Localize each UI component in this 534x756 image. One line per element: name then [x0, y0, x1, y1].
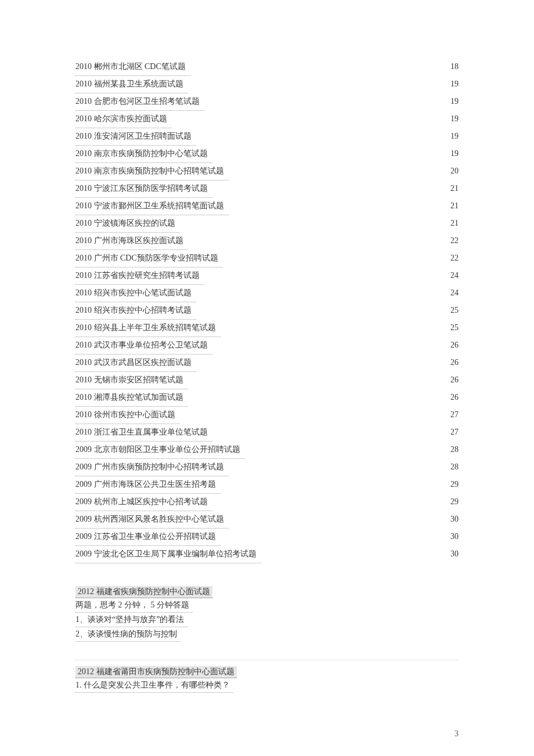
toc-row[interactable]: 2010 江苏省疾控研究生招聘考试题24 [75, 267, 459, 284]
toc-page: 26 [446, 354, 459, 371]
section-1-line-0: 两题，思考 2 分钟， 5 分钟答题 [75, 598, 193, 613]
toc-page: 19 [446, 93, 459, 110]
toc-row[interactable]: 2010 宁波江东区预防医学招聘考试题21 [75, 180, 459, 197]
toc-title: 2010 宁波江东区预防医学招聘考试题 [75, 180, 212, 198]
toc-title: 2010 宁波市鄞州区卫生系统招聘笔面试题 [75, 197, 229, 215]
toc-title: 2010 绍兴县上半年卫生系统招聘笔试题 [75, 319, 221, 337]
toc-row[interactable]: 2009 北京市朝阳区卫生事业单位公开招聘试题28 [75, 441, 459, 458]
toc-title: 2010 绍兴市疾控中心招聘考试题 [75, 302, 196, 320]
toc-page: 25 [446, 319, 459, 337]
section-2: 2012 福建省莆田市疾病预防控制中心面试题 1. 什么是突发公共卫生事件，有哪… [75, 666, 459, 693]
toc-title: 2010 徐州市疾控中心面试题 [75, 406, 180, 424]
toc-title: 2010 淮安清河区卫生招聘面试题 [75, 128, 196, 146]
toc-title: 2010 合肥市包河区卫生招考笔试题 [75, 93, 204, 111]
toc-page: 24 [446, 267, 459, 284]
section-heading-2[interactable]: 2012 福建省莆田市疾病预防控制中心面试题 [75, 666, 237, 678]
section-heading-2-text: 2012 福建省莆田市疾病预防控制中心面试题 [78, 667, 234, 676]
toc-row[interactable]: 2010 绍兴县上半年卫生系统招聘笔试题25 [75, 319, 459, 337]
toc-title: 2010 湘潭县疾控笔试加面试题 [75, 389, 188, 407]
toc-row[interactable]: 2010 广州市海珠区疾控面试题22 [75, 232, 459, 249]
toc-row[interactable]: 2009 杭州西湖区风景名胜疾控中心笔试题30 [75, 511, 459, 528]
toc-page: 30 [446, 545, 459, 563]
toc-title: 2010 武汉市武昌区区疾控面试题 [75, 354, 196, 372]
toc-page: 22 [446, 249, 459, 267]
toc-row[interactable]: 2010 广州市 CDC预防医学专业招聘试题22 [75, 249, 459, 267]
toc-page: 27 [446, 424, 459, 441]
toc-page: 26 [446, 337, 459, 354]
toc-row[interactable]: 2010 徐州市疾控中心面试题27 [75, 406, 459, 424]
toc-page: 30 [446, 528, 459, 545]
toc-row[interactable]: 2010 湘潭县疾控笔试加面试题26 [75, 389, 459, 406]
toc-title: 2010 广州市海珠区疾控面试题 [75, 232, 188, 250]
page-number: 3 [454, 729, 459, 739]
toc-page: 28 [446, 441, 459, 458]
toc-page: 21 [446, 180, 459, 197]
toc-page: 24 [446, 284, 459, 302]
toc-page: 29 [446, 476, 459, 493]
section-heading-1[interactable]: 2012 福建省疾病预防控制中心面试题 [75, 586, 212, 598]
toc-title: 2010 南京市疾病预防控制中心招聘笔试题 [75, 162, 229, 180]
toc-row[interactable]: 2010 福州某县卫生系统面试题19 [75, 75, 459, 93]
toc-page: 21 [446, 215, 459, 232]
toc-page: 21 [446, 197, 459, 215]
toc-page: 26 [446, 389, 459, 406]
toc-page: 22 [446, 232, 459, 249]
toc-row[interactable]: 2010 宁波镇海区疾控的试题21 [75, 215, 459, 232]
toc-row[interactable]: 2010 无锡市崇安区招聘笔试题26 [75, 371, 459, 389]
toc-row[interactable]: 2009 广州市海珠区公共卫生医生招考题29 [75, 476, 459, 493]
toc-title: 2009 北京市朝阳区卫生事业单位公开招聘试题 [75, 441, 245, 459]
toc-title: 2010 绍兴市疾控中心笔试面试题 [75, 284, 196, 302]
toc-row[interactable]: 2010 合肥市包河区卫生招考笔试题19 [75, 93, 459, 110]
section-2-line-0: 1. 什么是突发公共卫生事件，有哪些种类？ [75, 678, 233, 693]
toc-title: 2010 福州某县卫生系统面试题 [75, 75, 188, 93]
section-1-line-2: 2、谈谈慢性病的预防与控制 [75, 627, 181, 642]
section-1-line-1: 1、谈谈对“坚持与放弃”的看法 [75, 613, 187, 627]
toc-title: 2009 杭州市上城区疾控中心招考试题 [75, 493, 212, 511]
toc-row[interactable]: 2010 绍兴市疾控中心招聘考试题25 [75, 302, 459, 319]
toc-page: 30 [446, 511, 459, 528]
toc-page: 19 [446, 110, 459, 128]
toc-title: 2010 武汉市事业单位招考公卫笔试题 [75, 337, 212, 355]
toc-row[interactable]: 2009 杭州市上城区疾控中心招考试题29 [75, 493, 459, 511]
toc-title: 2010 江苏省疾控研究生招聘考试题 [75, 267, 204, 285]
toc-page: 18 [446, 58, 459, 75]
toc-page: 20 [446, 162, 459, 180]
toc-page: 29 [446, 493, 459, 511]
toc-row[interactable]: 2010 宁波市鄞州区卫生系统招聘笔面试题21 [75, 197, 459, 215]
toc-title: 2009 江苏省卫生事业单位公开招聘试题 [75, 528, 221, 546]
toc-row[interactable]: 2009 江苏省卫生事业单位公开招聘试题30 [75, 528, 459, 545]
toc-title: 2010 南京市疾病预防控制中心笔试题 [75, 145, 212, 163]
toc-page: 27 [446, 406, 459, 424]
toc-title: 2010 郴州市北湖区 CDC笔试题 [75, 58, 190, 76]
toc-row[interactable]: 2010 武汉市武昌区区疾控面试题26 [75, 354, 459, 371]
toc-page: 25 [446, 302, 459, 319]
toc-row[interactable]: 2010 淮安清河区卫生招聘面试题19 [75, 128, 459, 145]
toc-page: 19 [446, 128, 459, 145]
toc-row[interactable]: 2009 广州市疾病预防控制中心招聘考试题28 [75, 458, 459, 476]
section-1: 2012 福建省疾病预防控制中心面试题 两题，思考 2 分钟， 5 分钟答题 1… [75, 586, 459, 642]
toc-row[interactable]: 2009 宁波北仑区卫生局下属事业编制单位招考试题30 [75, 545, 459, 563]
toc-title: 2010 浙江省卫生直属事业单位笔试题 [75, 424, 212, 442]
toc-page: 19 [446, 145, 459, 162]
toc-title: 2009 广州市疾病预防控制中心招聘考试题 [75, 458, 229, 476]
toc-page: 26 [446, 371, 459, 389]
section-heading-1-text: 2012 福建省疾病预防控制中心面试题 [78, 587, 210, 596]
toc-row[interactable]: 2010 浙江省卫生直属事业单位笔试题27 [75, 424, 459, 441]
toc-row[interactable]: 2010 绍兴市疾控中心笔试面试题24 [75, 284, 459, 302]
toc-page: 19 [446, 75, 459, 93]
toc-page: 28 [446, 458, 459, 476]
toc-row[interactable]: 2010 哈尔滨市疾控面试题19 [75, 110, 459, 128]
toc-row[interactable]: 2010 南京市疾病预防控制中心招聘笔试题20 [75, 162, 459, 180]
toc-title: 2010 广州市 CDC预防医学专业招聘试题 [75, 249, 223, 267]
section-divider [75, 645, 459, 660]
toc-title: 2010 宁波镇海区疾控的试题 [75, 215, 180, 233]
toc-row[interactable]: 2010 郴州市北湖区 CDC笔试题18 [75, 58, 459, 75]
toc-title: 2010 无锡市崇安区招聘笔试题 [75, 371, 188, 389]
toc-title: 2009 宁波北仑区卫生局下属事业编制单位招考试题 [75, 545, 261, 563]
toc-title: 2009 广州市海珠区公共卫生医生招考题 [75, 476, 221, 494]
toc-row[interactable]: 2010 武汉市事业单位招考公卫笔试题26 [75, 337, 459, 354]
toc-title: 2009 杭州西湖区风景名胜疾控中心笔试题 [75, 511, 229, 529]
toc-title: 2010 哈尔滨市疾控面试题 [75, 110, 172, 128]
toc-row[interactable]: 2010 南京市疾病预防控制中心笔试题19 [75, 145, 459, 162]
table-of-contents: 2010 郴州市北湖区 CDC笔试题182010 福州某县卫生系统面试题1920… [75, 58, 459, 563]
